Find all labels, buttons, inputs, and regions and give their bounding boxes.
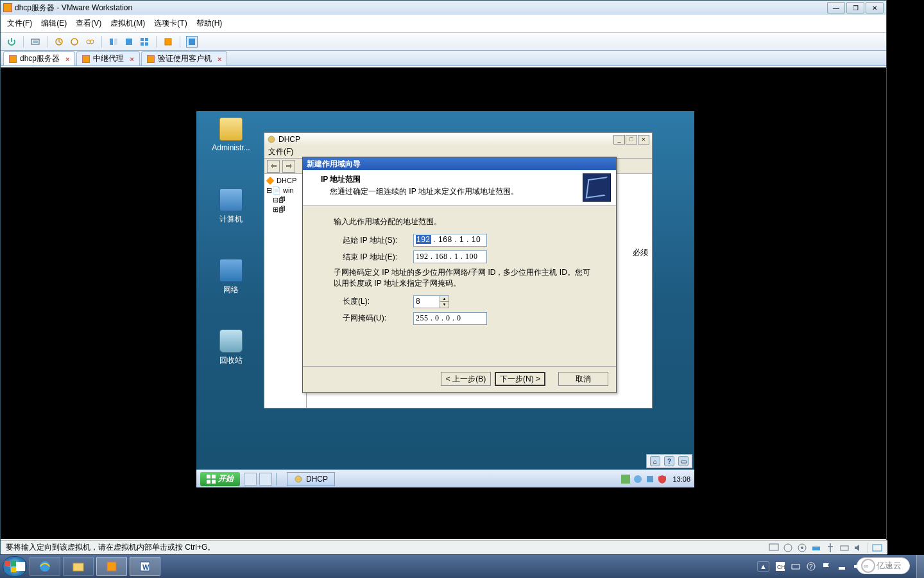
status-sound-icon[interactable] — [853, 543, 864, 553]
spin-up-icon[interactable]: ▲ — [440, 296, 449, 302]
host-start-button[interactable] — [3, 556, 27, 577]
toolbar-view3-icon[interactable] — [139, 36, 150, 48]
mmc-maximize-button[interactable]: □ — [626, 135, 637, 144]
desktop-icon-administrator[interactable]: Administr... — [205, 118, 257, 152]
mmc-titlebar[interactable]: DHCP _ □ × — [264, 133, 652, 146]
menu-file[interactable]: 文件(F) — [7, 18, 32, 29]
ip-selected-segment: 192 — [416, 235, 431, 244]
toolbar-snapshot-icon[interactable] — [53, 36, 65, 48]
tree-label: win — [283, 186, 294, 194]
tray-flag-icon[interactable] — [822, 562, 831, 571]
tab-close-icon[interactable]: × — [65, 55, 69, 63]
menu-vm[interactable]: 虚拟机(M) — [110, 18, 145, 29]
status-usb-icon[interactable] — [825, 543, 835, 553]
close-button[interactable]: ✕ — [866, 2, 884, 13]
tab-dhcp-server[interactable]: dhcp服务器 × — [3, 51, 75, 66]
desktop-icon-computer[interactable]: 计算机 — [205, 188, 257, 225]
tab-close-icon[interactable]: × — [130, 55, 133, 63]
tray-keyboard-icon[interactable] — [791, 562, 800, 571]
taskbar-word[interactable]: W — [130, 557, 160, 576]
start-button[interactable]: 开始 — [200, 472, 240, 486]
taskbar-vmware[interactable] — [96, 557, 127, 576]
subnet-mask-input[interactable]: 255 . 0 . 0 . 0 — [413, 312, 487, 325]
mmc-minimize-button[interactable]: _ — [613, 135, 625, 144]
maximize-button[interactable]: ❐ — [846, 2, 864, 13]
toolbar-view2-icon[interactable] — [123, 36, 135, 48]
guest-display-area[interactable]: Administr... 计算机 网络 回收站 DHCP — [1, 67, 886, 539]
mmc-menu-file[interactable]: 文件(F) — [268, 146, 293, 157]
tab-close-icon[interactable]: × — [218, 55, 221, 63]
vmware-status-bar: 要将输入定向到该虚拟机，请在虚拟机内部单击或按 Ctrl+G。 — [1, 540, 887, 554]
svg-point-27 — [801, 547, 803, 549]
end-ip-input[interactable]: 192 . 168 . 1 . 100 — [413, 250, 487, 263]
guest-desktop[interactable]: Administr... 计算机 网络 回收站 DHCP — [196, 111, 694, 487]
length-spinner[interactable]: ▲▼ — [440, 295, 449, 308]
taskbar-item-dhcp[interactable]: DHCP — [287, 472, 335, 486]
start-ip-input[interactable]: 192 . 168 . 1 . 10 — [413, 234, 487, 247]
toolbar-snapshot2-icon[interactable] — [69, 36, 80, 48]
desktop-icon-recycle-bin[interactable]: 回收站 — [205, 329, 257, 366]
wizard-titlebar[interactable]: 新建作用域向导 — [303, 157, 616, 170]
next-button[interactable]: 下一步(N) > — [495, 372, 545, 386]
toolbar-snapshot-mgr-icon[interactable] — [84, 36, 96, 48]
nav-back-icon[interactable]: ⇦ — [267, 160, 280, 173]
menu-view[interactable]: 查看(V) — [76, 18, 101, 29]
menu-tabs[interactable]: 选项卡(T) — [154, 18, 187, 29]
tab-relay-agent[interactable]: 中继代理 × — [76, 51, 139, 66]
quick-launch-icon[interactable] — [259, 473, 272, 486]
nav-forward-icon[interactable]: ⇨ — [282, 160, 295, 173]
spin-down-icon[interactable]: ▼ — [440, 302, 449, 308]
cancel-button[interactable]: 取消 — [558, 372, 608, 386]
menu-edit[interactable]: 编辑(E) — [41, 18, 67, 29]
back-button[interactable]: < 上一步(B) — [441, 372, 491, 386]
tray-shield-icon[interactable] — [658, 475, 667, 484]
toolbar-view1-icon[interactable] — [108, 36, 119, 48]
mmc-close-button[interactable]: × — [638, 135, 649, 144]
tray-lang-icon[interactable]: CH — [776, 562, 785, 571]
vmware-window: dhcp服务器 - VMware Workstation — ❐ ✕ 文件(F)… — [0, 0, 887, 555]
tree-server[interactable]: ⊟📄 win — [266, 186, 305, 195]
tray-chevron-icon[interactable]: ▲ — [757, 561, 769, 572]
desktop-icon-network[interactable]: 网络 — [205, 259, 257, 295]
show-desktop-button[interactable] — [916, 555, 924, 578]
taskbar-explorer[interactable] — [63, 557, 94, 576]
status-printer-icon[interactable] — [839, 543, 850, 553]
windows-logo-icon — [207, 475, 216, 484]
indicator-icon[interactable]: ▭ — [678, 456, 689, 466]
quick-launch-icon[interactable] — [244, 473, 257, 486]
tray-icon[interactable] — [621, 475, 630, 484]
status-message-icon[interactable] — [872, 543, 882, 553]
tree-root[interactable]: 🔶 DHCP — [266, 176, 305, 186]
status-display-icon[interactable] — [769, 543, 779, 553]
tree-label: DHCP — [277, 177, 296, 184]
svg-rect-30 — [873, 545, 882, 551]
toolbar-devices-icon[interactable] — [30, 36, 41, 48]
tray-network-icon[interactable] — [837, 562, 846, 571]
toolbar-unity-icon[interactable] — [162, 36, 174, 48]
tray-icon[interactable] — [646, 475, 654, 484]
length-input[interactable]: 8 — [413, 295, 440, 308]
tree-node[interactable]: ⊞🗐 — [266, 205, 305, 215]
svg-point-15 — [268, 136, 275, 143]
status-cd-icon[interactable] — [797, 543, 807, 553]
tree-node[interactable]: ⊟🗐 — [266, 195, 305, 205]
mmc-tree[interactable]: 🔶 DHCP ⊟📄 win ⊟🗐 ⊞🗐 — [264, 174, 307, 408]
minimize-button[interactable]: — — [827, 2, 845, 13]
end-ip-label: 结束 IP 地址(E): — [343, 252, 413, 263]
help-icon[interactable]: ? — [664, 456, 674, 466]
toolbar-power-on-icon[interactable] — [6, 36, 17, 48]
tray-help-icon[interactable]: ? — [807, 562, 816, 571]
status-network-icon[interactable] — [811, 543, 821, 553]
icon-label: 网络 — [205, 285, 257, 295]
svg-rect-21 — [621, 475, 630, 484]
indicator-icon[interactable]: ⌂ — [650, 456, 660, 466]
menu-help[interactable]: 帮助(H) — [196, 18, 223, 29]
toolbar-fullscreen-icon[interactable] — [186, 36, 198, 48]
status-hdd-icon[interactable] — [783, 543, 793, 553]
tray-icon[interactable] — [633, 475, 642, 484]
guest-clock[interactable]: 13:08 — [672, 475, 690, 483]
start-ip-label: 起始 IP 地址(S): — [343, 235, 413, 246]
taskbar-ie[interactable] — [30, 557, 60, 576]
tab-verify-client[interactable]: 验证使用客户机 × — [141, 51, 227, 66]
host-titlebar[interactable]: dhcp服务器 - VMware Workstation — ❐ ✕ — [1, 1, 886, 15]
